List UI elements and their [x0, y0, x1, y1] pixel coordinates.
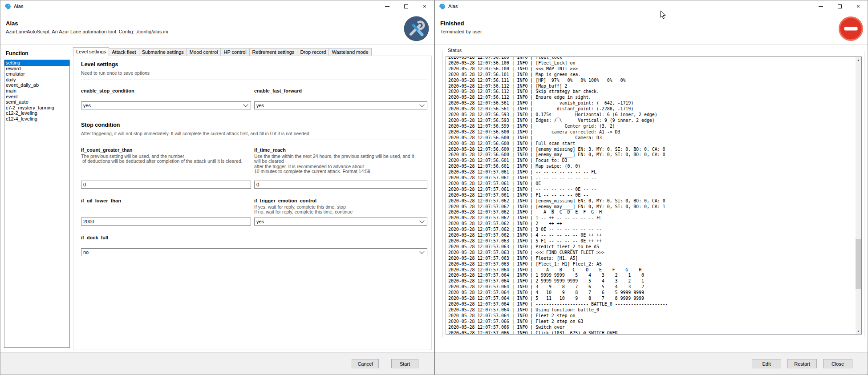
tab-submarine-settings[interactable]: Submarine settings — [139, 48, 187, 56]
section-divider — [81, 80, 427, 80]
alas-log-window: Alas ✕ Finished Terminated by user Statu… — [434, 0, 868, 375]
page-title: Alas — [6, 20, 18, 27]
sidebar-item-semi-auto[interactable]: semi_auto — [4, 99, 69, 105]
title-bar[interactable]: Alas ✕ — [435, 0, 868, 12]
header-divider — [435, 44, 868, 44]
settings-tab-bar: Level settings Attack fleet Submarine se… — [73, 48, 372, 56]
desc-if-time-reach: Use the time within the next 24 hours, t… — [254, 154, 427, 174]
close-button[interactable]: ✕ — [849, 0, 868, 12]
function-panel-label: Function — [6, 50, 28, 56]
status-subtitle: Terminated by user — [440, 29, 482, 34]
label-enable-stop-condition: enable_stop_condition — [81, 88, 134, 93]
maximize-button[interactable] — [830, 0, 849, 12]
chevron-down-icon — [243, 102, 248, 107]
sidebar-item-c7-2-mystery-farming[interactable]: c7-2_mystery_farming — [4, 105, 69, 111]
maximize-icon — [838, 4, 842, 8]
combo-value: no — [81, 250, 420, 255]
status-groupbox: Status 2020-05-28 12:07:56.100 | INFO | … — [442, 51, 864, 337]
tab-retirement-settings[interactable]: Retirement settings — [250, 48, 298, 56]
section-title-level-settings: Level settings — [81, 61, 118, 68]
close-icon: ✕ — [856, 4, 860, 9]
chevron-down-icon — [419, 102, 424, 107]
minimize-icon — [819, 6, 823, 7]
section-divider — [81, 140, 427, 140]
label-if-time-reach: if_time_reach — [254, 147, 286, 153]
alas-logo-icon — [4, 3, 11, 10]
sidebar-item-c12-2-leveling[interactable]: c12-2_leveling — [4, 110, 69, 116]
combo-value: yes — [81, 103, 244, 108]
restart-button[interactable]: Restart — [787, 359, 817, 368]
sidebar-item-event[interactable]: event — [4, 94, 69, 100]
log-scrollbar[interactable]: ▲ ▼ — [856, 57, 861, 334]
stop-badge-icon — [838, 16, 864, 41]
sidebar-item-setting[interactable]: setting — [4, 60, 69, 66]
maximize-button[interactable] — [397, 0, 415, 12]
close-icon: ✕ — [423, 4, 426, 9]
section-title-stop-condition: Stop condition — [81, 122, 120, 128]
footer-bar: Edit Restart Close — [435, 352, 868, 375]
cancel-button[interactable]: Cancel — [352, 359, 379, 368]
tab-drop-record[interactable]: Drop record — [297, 48, 329, 56]
combo-enable-fast-forward[interactable]: yes — [254, 101, 427, 109]
sidebar-item-c12-4-leveling[interactable]: c12-4_leveling — [4, 116, 69, 122]
minimize-icon — [385, 6, 389, 7]
sidebar-item-reward[interactable]: reward — [4, 66, 69, 72]
combo-value: yes — [255, 219, 420, 224]
section-desc-stop-condition: After triggering, it will not stop immed… — [81, 131, 427, 137]
tools-badge-icon — [404, 16, 429, 41]
edit-button[interactable]: Edit — [752, 359, 781, 368]
title-bar[interactable]: Alas ✕ — [0, 0, 434, 12]
label-if-dock-full: if_dock_full — [81, 235, 108, 240]
input-if-count-greater-than[interactable] — [81, 181, 251, 189]
desc-if-trigger-emotion-control: If yes, wait for reply, complete this ti… — [254, 205, 353, 215]
label-if-oil-lower-than: if_oil_lower_than — [81, 198, 121, 203]
log-output: 2020-05-28 12:07:56.100 | INFO | fleet_l… — [446, 56, 861, 335]
header-divider — [0, 44, 434, 44]
log-viewport[interactable]: 2020-05-28 12:07:56.100 | INFO | fleet_l… — [446, 56, 862, 335]
scroll-down-icon[interactable]: ▼ — [856, 328, 861, 334]
tab-mood-control[interactable]: Mood control — [187, 48, 221, 56]
function-list: setting reward emulator daily event_dail… — [4, 60, 70, 348]
sidebar-item-daily[interactable]: daily — [4, 77, 69, 83]
label-if-trigger-emotion-control: if_trigger_emotion_control — [254, 198, 316, 203]
minimize-button[interactable] — [378, 0, 397, 12]
alas-config-window: Alas ✕ Alas AzurLaneAutoScript, An Azur … — [0, 0, 434, 375]
footer-bar: Cancel Start — [0, 352, 434, 375]
close-action-button[interactable]: Close — [823, 359, 852, 368]
minimize-button[interactable] — [811, 0, 830, 12]
window-title: Alas — [14, 4, 23, 9]
input-if-oil-lower-than[interactable] — [81, 218, 251, 226]
chevron-down-icon — [419, 249, 424, 254]
scroll-up-icon[interactable]: ▲ — [856, 57, 861, 63]
tab-wasteland-mode[interactable]: Wasteland mode — [329, 48, 371, 56]
label-enable-fast-forward: enable_fast_forward — [254, 88, 302, 93]
start-button[interactable]: Start — [391, 359, 418, 368]
tab-level-settings[interactable]: Level settings — [73, 47, 109, 56]
page-subtitle: AzurLaneAutoScript, An Azur Lane automat… — [6, 29, 168, 34]
desc-if-count-greater-than: The previous setting will be used, and t… — [81, 154, 242, 164]
scrollbar-thumb[interactable] — [856, 239, 861, 289]
alas-logo-icon — [439, 3, 446, 10]
combo-enable-stop-condition[interactable]: yes — [81, 101, 251, 109]
status-title: Finished — [440, 20, 464, 27]
label-if-count-greater-than: if_count_greater_than — [81, 147, 133, 153]
window-title: Alas — [448, 4, 458, 9]
sidebar-item-event-daily-ab[interactable]: event_daily_ab — [4, 82, 69, 88]
input-if-time-reach[interactable] — [254, 181, 427, 189]
level-settings-tab-page: Level settings Need to run once to save … — [73, 56, 432, 350]
sidebar-item-emulator[interactable]: emulator — [4, 71, 69, 77]
combo-value: yes — [255, 103, 420, 108]
close-button[interactable]: ✕ — [415, 0, 434, 12]
tab-hp-control[interactable]: HP control — [221, 48, 249, 56]
maximize-icon — [404, 4, 408, 8]
status-groupbox-label: Status — [446, 48, 463, 53]
section-desc-level-settings: Need to run once to save options — [81, 71, 150, 76]
chevron-down-icon — [419, 218, 424, 223]
combo-if-dock-full[interactable]: no — [81, 248, 427, 256]
sidebar-item-main[interactable]: main — [4, 88, 69, 94]
combo-if-trigger-emotion-control[interactable]: yes — [254, 218, 427, 226]
tab-attack-fleet[interactable]: Attack fleet — [109, 48, 139, 56]
